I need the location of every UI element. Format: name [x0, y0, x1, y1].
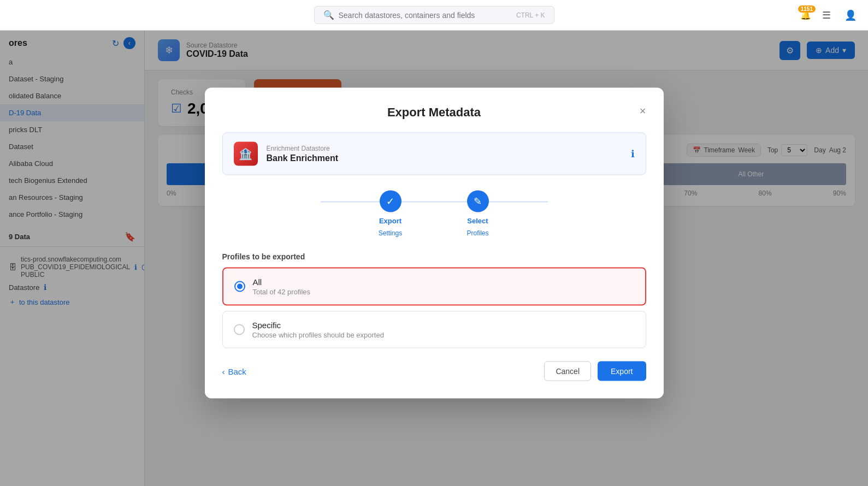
step-2-label: Select	[467, 217, 488, 225]
enrichment-info-icon[interactable]: ℹ	[631, 148, 635, 160]
step-2-circle: ✎	[467, 191, 489, 212]
notification-count: 1151	[798, 5, 816, 13]
user-icon[interactable]: 👤	[842, 7, 859, 24]
step-export-settings: ✓ Export Settings	[347, 191, 434, 237]
export-metadata-modal: Export Metadata × 🏦 Enrichment Datastore…	[205, 88, 664, 399]
search-bar[interactable]: 🔍 CTRL + K	[314, 6, 554, 24]
export-button[interactable]: Export	[598, 361, 646, 381]
radio-all-label: All	[253, 277, 311, 287]
radio-specific-circle	[234, 324, 245, 335]
radio-all-content: All Total of 42 profiles	[253, 277, 311, 296]
topbar-right: 🔔 1151 ☰ 👤	[800, 7, 859, 24]
modal-header: Export Metadata ×	[222, 105, 646, 120]
step-1-circle: ✓	[380, 191, 401, 212]
topbar: 🔍 CTRL + K 🔔 1151 ☰ 👤	[0, 0, 868, 31]
radio-all-circle	[234, 281, 245, 292]
back-button[interactable]: ‹ Back	[222, 366, 246, 376]
cancel-button[interactable]: Cancel	[544, 361, 591, 381]
modal-title: Export Metadata	[387, 105, 481, 120]
modal-close-button[interactable]: ×	[640, 105, 646, 116]
enrichment-icon: 🏦	[234, 142, 258, 166]
enrichment-name: Bank Enrichment	[267, 153, 622, 163]
radio-specific-sub: Choose which profiles should be exported	[252, 331, 384, 339]
back-label: Back	[228, 366, 246, 376]
profiles-all-option[interactable]: All Total of 42 profiles	[222, 268, 646, 306]
modal-footer: ‹ Back Cancel Export	[222, 361, 646, 381]
steps-row: ✓ Export Settings ✎ Select Profiles	[222, 191, 646, 237]
profiles-specific-option[interactable]: Specific Choose which profiles should be…	[222, 311, 646, 348]
enrichment-info: Enrichment Datastore Bank Enrichment	[267, 145, 622, 163]
radio-specific-label: Specific	[252, 321, 384, 330]
search-input[interactable]	[339, 11, 503, 20]
step-select-profiles: ✎ Select Profiles	[434, 191, 522, 237]
menu-icon[interactable]: ☰	[818, 7, 835, 24]
search-shortcut: CTRL + K	[516, 11, 545, 19]
profiles-title: Profiles to be exported	[222, 252, 646, 261]
enrichment-banner: 🏦 Enrichment Datastore Bank Enrichment ℹ	[222, 133, 646, 175]
step-1-label: Export	[379, 217, 401, 225]
notification-bell[interactable]: 🔔 1151	[800, 10, 811, 20]
back-chevron-icon: ‹	[222, 366, 225, 376]
radio-specific-content: Specific Choose which profiles should be…	[252, 321, 384, 339]
step-2-sublabel: Profiles	[467, 229, 488, 237]
step-1-sublabel: Settings	[379, 229, 402, 237]
footer-right: Cancel Export	[544, 361, 646, 381]
search-icon: 🔍	[323, 10, 334, 20]
enrichment-label: Enrichment Datastore	[267, 145, 622, 152]
radio-all-sub: Total of 42 profiles	[253, 288, 311, 296]
